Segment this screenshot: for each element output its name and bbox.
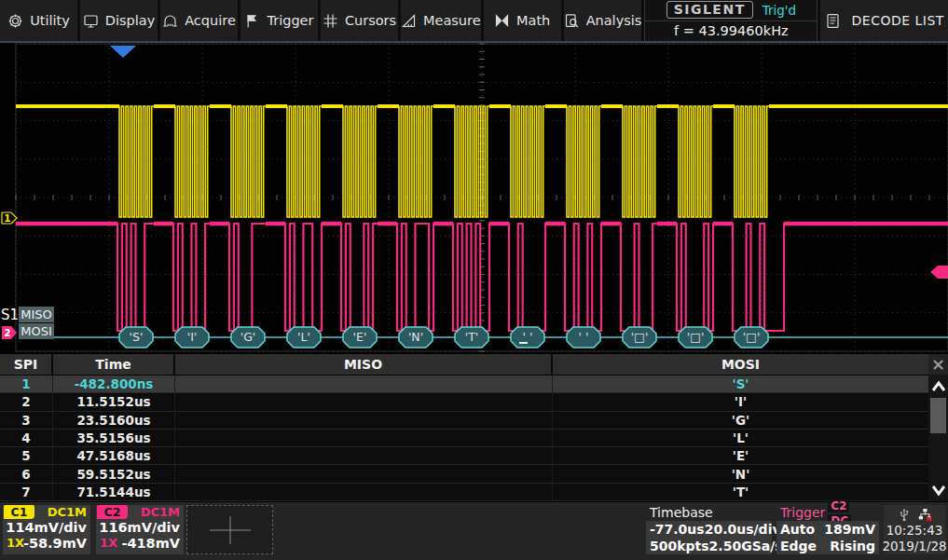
cursors-icon (323, 13, 338, 29)
svg-text:'□': '□' (743, 330, 761, 344)
decode-badge: 'N' (399, 327, 433, 348)
svg-text:'G': 'G' (240, 330, 256, 344)
trigger-level: 189mV (824, 522, 875, 537)
channel-scale: 114mV/div (6, 520, 87, 535)
svg-text:'L': 'L' (297, 330, 310, 344)
trigger-box[interactable]: Trigger C2 DC Auto 189mV Edge Rising (776, 505, 879, 554)
cell-time: 23.5160us (53, 412, 175, 429)
channel-tab: C1 (4, 505, 34, 519)
channel-coupling: DC1M (48, 505, 87, 519)
cell-time: -482.800ns (53, 376, 175, 392)
table-row[interactable]: 323.5160us'G' (0, 412, 928, 430)
cell-miso (175, 376, 553, 392)
trigger-title: Trigger (780, 505, 825, 520)
menu-item-label: Math (516, 13, 550, 28)
channel-box-c2[interactable]: C2DC1M116mV/div1X-418mV (96, 505, 184, 554)
cell-spi-index: 1 (0, 376, 53, 392)
channel-tab: C2 (97, 505, 128, 519)
waveform-area[interactable]: 'S''I''G''L''E''N''T'' '' ''□''□''□'S1MI… (0, 43, 948, 354)
menu-item-measure[interactable]: Measure (401, 0, 481, 41)
channel-box-c1[interactable]: C1DC1M114mV/div1X-58.9mV (3, 505, 90, 554)
svg-text:'I': 'I' (187, 330, 198, 344)
menu-item-math[interactable]: Math (484, 0, 561, 41)
decode-badge: 'L' (287, 327, 321, 348)
channel1-trace[interactable] (16, 106, 948, 217)
datetime-box[interactable]: 10:25:43 2019/1/28 (884, 505, 945, 554)
menu-item-label: Measure (423, 13, 481, 28)
table-header: SPI Time MISO MOSI (0, 354, 928, 375)
trigger-level-marker[interactable] (930, 266, 948, 279)
menu-item-trigger[interactable]: Trigger (240, 0, 318, 41)
cell-spi-index: 2 (0, 393, 53, 410)
column-header-spi: SPI (0, 354, 53, 375)
channel2-position-marker[interactable]: 2 (2, 326, 17, 339)
channel-offset: -58.9mV (23, 536, 87, 551)
menu-item-utility[interactable]: Utility (0, 0, 77, 41)
decode-badge: 'E' (343, 327, 377, 348)
scroll-up-button[interactable] (928, 376, 948, 395)
svg-text:'E': 'E' (353, 330, 367, 344)
table-row[interactable]: 547.5168us'E' (0, 447, 928, 465)
trigger-position-marker[interactable] (110, 46, 136, 58)
math-icon (494, 13, 510, 29)
lan-disconnected-icon (918, 508, 932, 522)
channel1-position-marker[interactable]: 1 (2, 212, 17, 225)
cell-time: 47.5168us (53, 447, 175, 464)
table-scrollbar: × (928, 354, 948, 501)
table-row[interactable]: 1-482.800ns'S' (0, 376, 928, 393)
decode-badge: 'T' (455, 327, 488, 348)
cell-time: 11.5152us (53, 393, 175, 410)
menu-item-cursors[interactable]: Cursors (321, 0, 398, 41)
menu-item-display[interactable]: Display (80, 0, 158, 41)
timebase-delay: -77.0us (650, 522, 705, 537)
cell-mosi: 'I' (553, 393, 928, 410)
scrollbar-thumb[interactable] (930, 398, 946, 433)
cell-miso (175, 430, 553, 446)
cell-spi-index: 6 (0, 465, 53, 482)
scroll-down-button[interactable] (928, 481, 948, 499)
chevron-up-icon (930, 379, 947, 393)
cell-mosi: 'L' (553, 430, 928, 446)
trigger-source-badge: C2 (828, 499, 849, 512)
gear-icon (7, 13, 23, 29)
measure-icon (401, 13, 417, 29)
analysis-icon (564, 13, 580, 29)
table-close-button[interactable]: × (928, 354, 948, 375)
oscilloscope-screen: UtilityDisplayAcquireTriggerCursorsMeasu… (0, 0, 948, 560)
cell-miso (175, 393, 553, 410)
menu-item-acquire[interactable]: Acquire (160, 0, 238, 41)
svg-text:' ': ' ' (579, 330, 589, 344)
svg-text:' ': ' ' (523, 330, 533, 344)
table-row[interactable]: 771.5144us'T' (0, 484, 928, 501)
decode-list-button[interactable]: DECODE LIST (820, 0, 948, 41)
table-row[interactable]: 659.5152us'N' (0, 465, 928, 483)
table-row[interactable]: 435.5156us'L' (0, 430, 928, 447)
cell-spi-index: 7 (0, 484, 53, 500)
svg-text:'□': '□' (687, 330, 705, 344)
menu-item-analysis[interactable]: Analysis (564, 0, 642, 41)
cell-mosi: 'E' (553, 447, 928, 464)
add-channel-placeholder[interactable] (186, 505, 273, 554)
usb-icon (898, 508, 911, 522)
cell-spi-index: 3 (0, 412, 53, 429)
chevron-down-icon (930, 484, 947, 498)
acquire-icon (162, 13, 178, 29)
svg-text:'S': 'S' (130, 330, 144, 344)
svg-text:2: 2 (4, 327, 10, 338)
crosshair-icon (187, 506, 272, 553)
menu-item-label: Acquire (185, 13, 236, 28)
cell-mosi: 'S' (553, 376, 928, 392)
timebase-sample-rate: 2.50GSa/s (709, 539, 783, 553)
cell-spi-index: 4 (0, 430, 53, 446)
waveform-display[interactable]: 'S''I''G''L''E''N''T'' '' ''□''□''□'S1MI… (0, 43, 948, 354)
channel-scale: 116mV/div (99, 520, 180, 535)
cell-mosi: 'N' (553, 465, 928, 482)
frequency-counter: f = 43.99460kHz (645, 21, 817, 42)
decode-badge: 'I' (175, 327, 209, 348)
timebase-box[interactable]: Timebase -77.0us 20.0us/div 500kpts 2.50… (646, 505, 772, 554)
cell-miso (175, 484, 553, 500)
table-row[interactable]: 211.5152us'I' (0, 393, 928, 411)
svg-text:'T': 'T' (465, 330, 479, 344)
decode-badge: '□' (735, 327, 768, 348)
clock-date: 2019/1/28 (882, 539, 946, 554)
